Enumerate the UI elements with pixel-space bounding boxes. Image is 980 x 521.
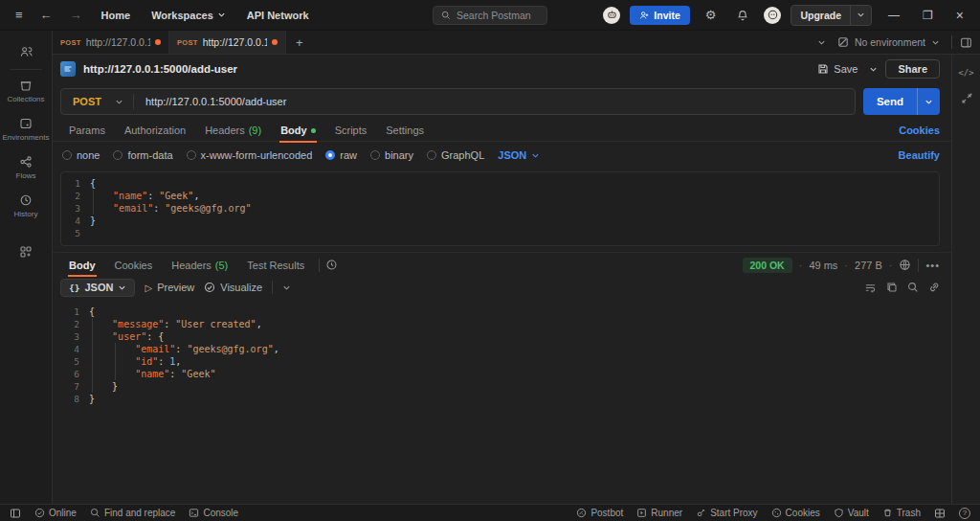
nav-home[interactable]: Home bbox=[94, 6, 139, 25]
expand-pane-icon[interactable] bbox=[961, 93, 972, 104]
vault-button[interactable]: Vault bbox=[834, 508, 869, 518]
response-tab-headers[interactable]: Headers(5) bbox=[163, 254, 236, 276]
environment-panel-icon[interactable] bbox=[960, 36, 972, 49]
environment-selector[interactable]: No environment bbox=[834, 34, 944, 50]
preview-button[interactable]: ▷ Preview bbox=[145, 282, 194, 293]
line-number: 7 bbox=[60, 380, 89, 393]
tab-authorization[interactable]: Authorization bbox=[116, 120, 194, 142]
sidebar-item-flows[interactable]: Flows bbox=[0, 148, 52, 187]
sidebar-item-workspace[interactable] bbox=[0, 38, 52, 65]
radio-icon bbox=[113, 150, 122, 160]
response-time[interactable]: 49 ms bbox=[809, 260, 837, 271]
wrap-text-icon[interactable] bbox=[864, 282, 877, 294]
upgrade-button[interactable]: Upgrade bbox=[791, 5, 872, 26]
start-proxy-button[interactable]: Start Proxy bbox=[696, 508, 757, 518]
upgrade-chevron-icon[interactable] bbox=[850, 6, 871, 25]
new-tab-button[interactable]: + bbox=[286, 31, 313, 54]
body-type-raw[interactable]: raw bbox=[325, 149, 357, 161]
body-type-form-data[interactable]: form-data bbox=[113, 149, 172, 161]
sidebar-item-environments[interactable]: Environments bbox=[0, 110, 52, 148]
response-body-viewer[interactable]: 1{ 2 "message": "User created", 3 "user"… bbox=[60, 302, 940, 409]
save-options-chevron-icon[interactable] bbox=[869, 65, 878, 74]
beautify-link[interactable]: Beautify bbox=[899, 149, 940, 161]
response-more-actions-icon[interactable]: ••• bbox=[925, 260, 940, 271]
response-size[interactable]: 277 B bbox=[855, 260, 882, 271]
trash-button[interactable]: Trash bbox=[882, 508, 921, 518]
divider bbox=[272, 281, 273, 294]
indent-guide bbox=[92, 330, 93, 343]
postbot-button[interactable]: Postbot bbox=[576, 508, 623, 518]
tab-headers[interactable]: Headers(9) bbox=[196, 120, 270, 142]
flows-icon bbox=[19, 155, 33, 169]
nav-workspaces[interactable]: Workspaces bbox=[144, 6, 234, 25]
body-type-urlencoded[interactable]: x-www-form-urlencoded bbox=[187, 149, 313, 161]
request-tab-2-active[interactable]: POST http://127.0.0.1:5000/a bbox=[169, 31, 286, 54]
unsaved-dot bbox=[272, 39, 278, 45]
tab-params[interactable]: Params bbox=[60, 120, 114, 142]
request-body-editor[interactable]: 1{ 2 "name": "Geek", 3 "email": "geeks@g… bbox=[60, 171, 940, 246]
help-icon[interactable]: ? bbox=[959, 508, 970, 519]
notifications-bell-icon[interactable] bbox=[731, 7, 754, 24]
nav-forward-icon[interactable]: → bbox=[64, 5, 88, 25]
main-menu-icon[interactable]: ≡ bbox=[10, 5, 29, 25]
response-history-icon[interactable] bbox=[325, 259, 338, 271]
save-button[interactable]: Save bbox=[813, 60, 861, 78]
search-input[interactable]: Search Postman bbox=[433, 6, 547, 25]
globe-icon[interactable] bbox=[899, 259, 911, 271]
radio-label: x-www-form-urlencoded bbox=[201, 149, 313, 161]
nav-api-network[interactable]: API Network bbox=[239, 6, 317, 25]
tab-scripts[interactable]: Scripts bbox=[326, 120, 376, 142]
postbot-icon[interactable] bbox=[603, 7, 620, 24]
find-and-replace-button[interactable]: Find and replace bbox=[90, 508, 176, 518]
body-type-graphql[interactable]: GraphQL bbox=[427, 149, 484, 161]
code-snippet-icon[interactable]: </> bbox=[958, 68, 973, 78]
cookies-link[interactable]: Cookies bbox=[899, 125, 940, 136]
response-tab-body[interactable]: Body bbox=[60, 254, 104, 276]
nav-back-icon[interactable]: ← bbox=[34, 5, 58, 25]
invite-label: Invite bbox=[654, 10, 679, 21]
chevron-down-icon[interactable] bbox=[282, 283, 291, 292]
search-response-icon[interactable] bbox=[907, 282, 919, 293]
toggle-sidebar-icon[interactable] bbox=[10, 508, 21, 519]
language-selector[interactable]: JSON bbox=[498, 149, 540, 161]
send-options-chevron-icon[interactable] bbox=[917, 88, 940, 115]
online-status[interactable]: Online bbox=[34, 508, 77, 518]
two-pane-icon[interactable] bbox=[934, 508, 946, 519]
share-button[interactable]: Share bbox=[885, 59, 940, 79]
body-type-binary[interactable]: binary bbox=[370, 149, 413, 161]
user-avatar[interactable] bbox=[764, 7, 781, 24]
tab-settings[interactable]: Settings bbox=[377, 120, 433, 142]
radio-label: form-data bbox=[127, 149, 172, 161]
method-selector[interactable]: POST bbox=[61, 96, 133, 107]
console-label: Console bbox=[203, 508, 238, 518]
tab-strip-right: No environment bbox=[817, 31, 980, 54]
sidebar-item-collections[interactable]: Collections bbox=[0, 72, 52, 110]
url-input[interactable]: http://127.0.0.1:5000/add-user bbox=[134, 96, 298, 107]
console-button[interactable]: Console bbox=[189, 508, 238, 518]
response-tab-test-results[interactable]: Test Results bbox=[238, 254, 313, 276]
vault-shield-icon bbox=[834, 508, 844, 518]
link-icon[interactable] bbox=[928, 282, 940, 293]
window-restore-icon[interactable]: ❐ bbox=[916, 7, 940, 24]
invite-button[interactable]: Invite bbox=[630, 6, 689, 25]
copy-icon[interactable] bbox=[886, 282, 898, 293]
request-tab-1[interactable]: POST http://127.0.0.1:5000/a bbox=[53, 31, 169, 54]
tab-body[interactable]: Body bbox=[272, 120, 324, 142]
response-tab-cookies[interactable]: Cookies bbox=[106, 254, 162, 276]
sidebar-item-history[interactable]: History bbox=[0, 187, 52, 225]
settings-gear-icon[interactable]: ⚙ bbox=[700, 5, 723, 25]
body-type-none[interactable]: none bbox=[62, 149, 100, 161]
runner-icon bbox=[636, 508, 647, 518]
status-badge[interactable]: 200 OK bbox=[743, 258, 792, 273]
window-minimize-icon[interactable]: — bbox=[881, 7, 906, 24]
code-line: 2 "message": "User created", bbox=[60, 318, 940, 330]
cookies-button[interactable]: Cookies bbox=[771, 508, 820, 518]
visualize-button[interactable]: Visualize bbox=[204, 282, 262, 293]
chevron-down-icon[interactable] bbox=[817, 38, 826, 47]
empty-area bbox=[53, 409, 951, 504]
runner-button[interactable]: Runner bbox=[636, 508, 682, 518]
send-button[interactable]: Send bbox=[863, 88, 940, 115]
sidebar-configure-button[interactable] bbox=[0, 238, 52, 265]
window-close-icon[interactable]: × bbox=[949, 6, 970, 25]
response-format-selector[interactable]: {} JSON bbox=[60, 279, 135, 297]
